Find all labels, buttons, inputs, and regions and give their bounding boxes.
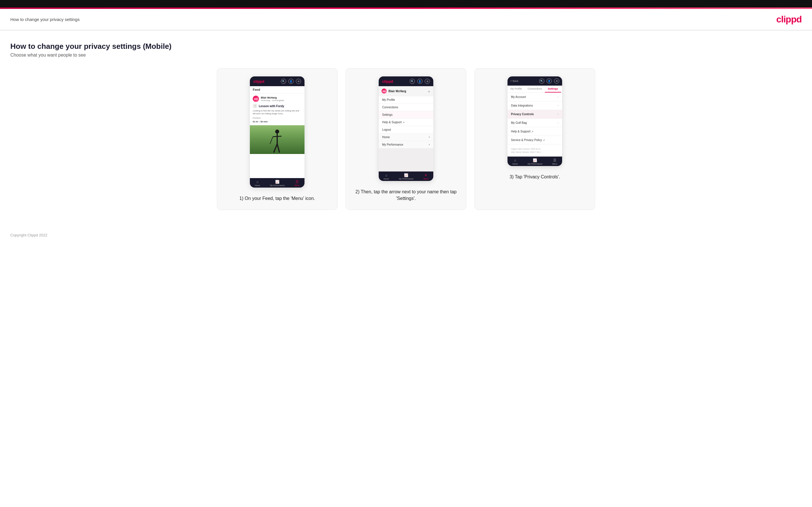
help-support-item-3[interactable]: Help & Support ↗: [507, 127, 562, 136]
settings-header: < Back 🔍 👤 ⚙: [507, 76, 562, 86]
logo: clippd: [776, 14, 802, 25]
page-subheading: Choose what you want people to see: [10, 53, 802, 58]
svg-line-3: [274, 144, 277, 153]
top-bar: [0, 0, 812, 7]
version-info: Clippd Client Version: 2022.8.3-3 GQL Se…: [507, 145, 562, 157]
home-section-label: Home: [382, 135, 390, 139]
menu-nav-item-3: ☰ Menu: [552, 158, 557, 165]
close-nav-item: ✕ Menu: [423, 173, 428, 180]
service-privacy-item[interactable]: Service & Privacy Policy ↗: [507, 136, 562, 145]
phone1-content: Feed BM Blair McHarg Yesterday · Sunning…: [250, 86, 305, 178]
phone2-bottom-nav: ⌂ Home 📈 My Performance ✕ Menu: [379, 171, 433, 181]
my-profile-item: My Profile: [379, 96, 433, 104]
step-2-caption: 2) Then, tap the arrow next to your name…: [353, 188, 459, 202]
back-button: < Back: [510, 79, 518, 82]
author-location: Yesterday · Sunningdale: [261, 99, 284, 102]
privacy-controls-label: Privacy Controls: [511, 113, 534, 116]
profile-icon: 👤: [289, 79, 294, 84]
tab-connections[interactable]: Connections: [525, 86, 545, 93]
home-nav-item-3: ⌂ Home: [512, 158, 518, 165]
phone3-bottom-nav: ⌂ Home 📈 My Performance ☰ Menu: [507, 157, 562, 166]
author-name: Blair McHarg: [261, 96, 284, 99]
home-nav-item-2: ⌂ Home: [384, 173, 389, 180]
phone2-icons: 🔍 👤 ⚙: [410, 79, 430, 84]
settings-icon-2: ⚙: [425, 79, 430, 84]
privacy-controls-arrow: ›: [558, 113, 559, 116]
footer: Copyright Clippd 2022: [0, 227, 812, 243]
performance-chevron-icon: ▾: [429, 143, 430, 146]
service-privacy-label: Service & Privacy Policy ↗: [511, 138, 545, 142]
author-avatar: BM: [253, 96, 259, 102]
golfer-silhouette: [268, 128, 286, 154]
home-nav-item: ⌂ Home: [255, 180, 260, 186]
phone1-logo: clippd: [253, 79, 264, 83]
performance-nav-item: 📈 My Performance: [270, 180, 285, 186]
phone1-post: BM Blair McHarg Yesterday · Sunningdale …: [250, 93, 305, 125]
phone2-content: BM Blair McHarg ▲ My Profile Connections…: [379, 86, 433, 171]
phone1-navbar: clippd 🔍 👤 ⚙: [250, 76, 305, 86]
feed-tab: Feed: [250, 86, 305, 93]
menu-avatar: BM: [382, 89, 387, 94]
blurred-background: [379, 149, 433, 171]
steps-container: clippd 🔍 👤 ⚙ Feed BM Blair McHarg: [10, 68, 802, 210]
lesson-title: Lesson with Fordy: [259, 105, 284, 108]
settings-tabs: My Profile Connections Settings: [507, 86, 562, 93]
profile-icon-2: 👤: [417, 79, 422, 84]
my-performance-section-item: My Performance ▾: [379, 141, 433, 149]
data-integrations-item[interactable]: Data Integrations ›: [507, 101, 562, 110]
connections-item: Connections: [379, 104, 433, 111]
data-integrations-label: Data Integrations: [511, 104, 533, 107]
menu-username: Blair McHarg: [389, 90, 406, 93]
lesson-icon: 📋: [253, 104, 257, 108]
home-chevron-icon: ▾: [429, 136, 430, 138]
search-icon-3: 🔍: [539, 78, 544, 83]
settings-label: Settings: [382, 113, 393, 116]
search-icon-2: 🔍: [410, 79, 415, 84]
help-support-item: Help & Support ↗: [379, 119, 433, 126]
logout-item: Logout: [379, 126, 433, 133]
my-profile-label: My Profile: [382, 98, 395, 101]
my-golf-bag-label: My Golf Bag: [511, 121, 527, 124]
duration-label: Duration: [253, 117, 302, 119]
connections-label: Connections: [382, 106, 398, 109]
search-icon: 🔍: [281, 79, 286, 84]
chevron-up-icon: ▲: [427, 90, 430, 93]
settings-list: My Account › Data Integrations › Privacy…: [507, 93, 562, 145]
settings-icons: 🔍 👤 ⚙: [539, 78, 559, 83]
performance-nav-item-2: 📈 My Performance: [399, 173, 413, 180]
svg-point-0: [275, 129, 279, 133]
copyright: Copyright Clippd 2022: [10, 233, 47, 237]
duration-value: 01 hr : 30 min: [253, 120, 302, 123]
svg-line-2: [273, 136, 282, 137]
phone1-icons: 🔍 👤 ⚙: [281, 79, 301, 84]
phone-mockup-2: clippd 🔍 👤 ⚙ BM Blair McHarg: [379, 76, 433, 181]
page-header: How to change your privacy settings clip…: [0, 9, 812, 30]
phone-mockup-3: < Back 🔍 👤 ⚙ My Profile Connections Sett…: [507, 76, 562, 166]
my-account-item[interactable]: My Account ›: [507, 93, 562, 101]
menu-user-row: BM Blair McHarg ▲: [379, 86, 433, 96]
my-golf-bag-item[interactable]: My Golf Bag ›: [507, 119, 562, 127]
step-1-card: clippd 🔍 👤 ⚙ Feed BM Blair McHarg: [217, 68, 338, 210]
tab-settings[interactable]: Settings: [545, 86, 561, 93]
privacy-controls-item[interactable]: Privacy Controls ›: [507, 110, 562, 119]
menu-nav-item: ☰ Menu: [295, 180, 300, 186]
step-3-caption: 3) Tap 'Privacy Controls'.: [509, 173, 560, 180]
logout-label: Logout: [382, 128, 391, 131]
lesson-description: Looking to feel like my hands are exitin…: [253, 109, 302, 115]
settings-icon: ⚙: [296, 79, 301, 84]
server-version: GQL Server Version: 2022.7.30-1: [511, 151, 559, 154]
help-support-label: Help & Support ↗: [382, 121, 405, 124]
step-1-caption: 1) On your Feed, tap the 'Menu' icon.: [239, 195, 315, 202]
home-section-item: Home ▾: [379, 133, 433, 141]
client-version: Clippd Client Version: 2022.8.3-3: [511, 147, 559, 151]
step-2-card: clippd 🔍 👤 ⚙ BM Blair McHarg: [346, 68, 466, 210]
profile-icon-3: 👤: [547, 78, 552, 83]
header-title: How to change your privacy settings: [10, 17, 80, 22]
tab-my-profile[interactable]: My Profile: [507, 86, 525, 93]
page-heading: How to change your privacy settings (Mob…: [10, 42, 802, 51]
my-account-arrow: ›: [558, 95, 559, 99]
performance-nav-item-3: 📈 My Performance: [527, 158, 542, 165]
svg-line-4: [277, 144, 280, 153]
my-golf-bag-arrow: ›: [558, 121, 559, 124]
golf-image: [250, 125, 305, 154]
